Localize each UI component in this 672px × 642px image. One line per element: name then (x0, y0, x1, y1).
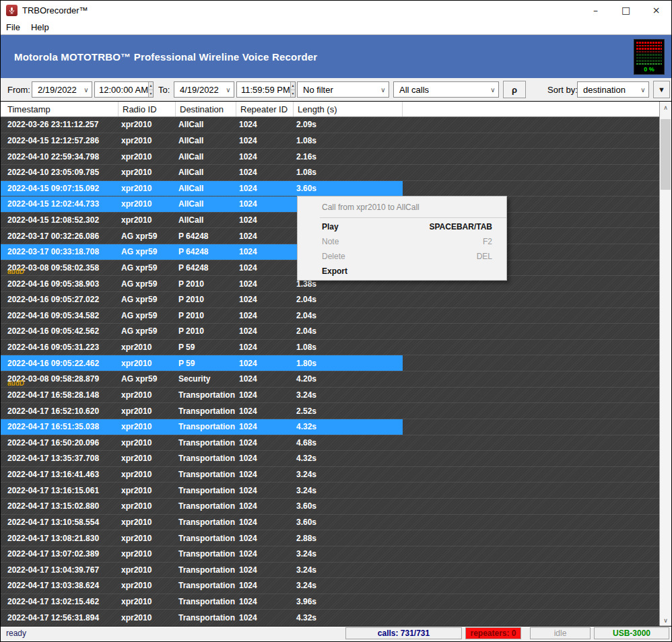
cell-radio-id: xpr2010 (119, 117, 176, 133)
cell-radio-id: xpr2010 (119, 563, 176, 578)
table-row[interactable]: 2022-04-17 12:56:31.894xpr2010Transporta… (1, 610, 659, 626)
to-time-field[interactable]: 11:59:59 PM ▲ ▼ (236, 81, 296, 98)
cell-repeater-id: 1024 (236, 578, 294, 594)
cell-timestamp: 2022-03-17 00:33:18.708 (1, 244, 119, 260)
cell-repeater-id: 1024 (236, 371, 294, 387)
table-header: TimestampRadio IDDestinationRepeater IDL… (1, 102, 659, 117)
table-row[interactable]: 2022-04-17 13:35:37.708xpr2010Transporta… (1, 451, 659, 467)
cell-radio-id: AG xpr59 (119, 244, 176, 260)
cell-repeater-id: 1024 (236, 451, 294, 466)
sort-select[interactable]: destination ∨ (577, 81, 649, 98)
minimize-button[interactable]: – (580, 1, 611, 20)
menu-help[interactable]: Help (26, 21, 55, 34)
table-row[interactable]: 2022-04-10 23:05:09.785xpr2010AllCall102… (1, 165, 659, 181)
cell-destination: P 64248 (176, 260, 236, 276)
context-menu-item-note[interactable]: NoteF2 (298, 234, 506, 249)
to-date-picker[interactable]: 4/19/2022 ∨ (174, 81, 234, 98)
table-row[interactable]: 2022-04-17 16:52:10.620xpr2010Transporta… (1, 403, 659, 419)
table-row[interactable]: 2022-03-26 23:11:12.257xpr2010AllCall102… (1, 117, 659, 133)
column-header-radio-id[interactable]: Radio ID (119, 102, 176, 116)
status-ready-text: ready (6, 629, 26, 638)
table-row[interactable]: 2022-04-16 09:05:31.223xpr2010P 5910241.… (1, 340, 659, 356)
table-row[interactable]: 2022-04-17 13:10:58.554xpr2010Transporta… (1, 515, 659, 531)
cell-timestamp: 2022-04-17 16:50:20.096 (1, 435, 119, 451)
cell-destination: Transportation (176, 467, 236, 483)
menu-file[interactable]: File (1, 21, 26, 34)
app-microphone-icon (6, 5, 18, 16)
cell-timestamp: 2022-04-17 13:10:58.554 (1, 515, 119, 530)
table-row[interactable]: 2022-04-17 13:16:41.463xpr2010Transporta… (1, 467, 659, 483)
cell-destination: AllCall (176, 117, 236, 133)
vertical-scrollbar[interactable]: ∧ ∨ (659, 102, 671, 626)
cell-radio-id: xpr2010 (119, 149, 176, 164)
from-date-picker[interactable]: 2/19/2022 ∨ (32, 81, 92, 98)
cell-length: 3.24s (294, 467, 403, 483)
table-row[interactable]: 2022-04-10 22:59:34.798xpr2010AllCall102… (1, 149, 659, 165)
table-row[interactable]: 2022-04-16 09:05:42.562AG xpr59P 2010102… (1, 324, 659, 340)
call-type-select[interactable]: All calls ∨ (393, 81, 499, 98)
table-row[interactable]: 2022-04-16 09:05:27.022AG xpr59P 2010102… (1, 292, 659, 308)
cell-timestamp: 2022-04-16 09:05:27.022 (1, 292, 119, 308)
cell-radio-id: AG xpr59 (119, 371, 176, 387)
table-row[interactable]: 2022-04-17 13:02:15.462xpr2010Transporta… (1, 594, 659, 610)
from-time-field[interactable]: 12:00:00 AM ▲ ▼ (94, 81, 154, 98)
close-button[interactable]: × (641, 1, 671, 20)
cell-timestamp: 2022-04-16 09:05:34.582 (1, 308, 119, 324)
table-row[interactable]: 2022-04-15 09:07:15.092xpr2010AllCall102… (1, 181, 659, 197)
column-header-destination[interactable]: Destination (176, 102, 236, 116)
cell-length: 3.24s (294, 546, 403, 562)
cell-length: 3.24s (294, 578, 403, 594)
chevron-down-icon: ∨ (638, 86, 648, 94)
title-bar: TRBOrecorder™ – □ × (1, 1, 671, 20)
column-header-length-s[interactable]: Length (s) (294, 102, 403, 116)
advanced-dropdown-button[interactable]: ▼ (653, 81, 670, 98)
table-row[interactable]: 2022-04-17 13:04:39.767xpr2010Transporta… (1, 563, 659, 579)
spin-up-icon[interactable]: ▲ (291, 82, 295, 90)
cell-repeater-id: 1024 (236, 260, 294, 276)
cell-length: 1.08s (294, 165, 403, 180)
spin-up-icon[interactable]: ▲ (149, 82, 153, 90)
table-row[interactable]: 2022-04-17 13:03:38.624xpr2010Transporta… (1, 578, 659, 594)
table-row[interactable]: 2022-04-17 13:08:21.830xpr2010Transporta… (1, 530, 659, 546)
cell-repeater-id: 1024 (236, 292, 294, 308)
calls-count-badge: calls: 731/731 (345, 627, 462, 639)
column-header-repeater-id[interactable]: Repeater ID (236, 102, 294, 116)
table-row[interactable]: 2022-04-17 16:51:35.038xpr2010Transporta… (1, 419, 659, 435)
cell-timestamp: 2022-04-17 13:15:02.880 (1, 499, 119, 514)
filter-select[interactable]: No filter ∨ (297, 81, 389, 98)
table-row[interactable]: 2022-04-17 16:50:20.096xpr2010Transporta… (1, 435, 659, 452)
table-row[interactable]: 2022-04-17 13:07:02.389xpr2010Transporta… (1, 546, 659, 563)
table-row[interactable]: 2022-04-16 09:05:34.582AG xpr59P 2010102… (1, 308, 659, 324)
table-row[interactable]: 2022-04-17 13:16:15.061xpr2010Transporta… (1, 483, 659, 499)
context-menu-item-delete[interactable]: DeleteDEL (298, 249, 506, 264)
scroll-down-icon[interactable]: ∨ (660, 614, 671, 626)
scrollbar-thumb[interactable] (661, 119, 671, 190)
cell-radio-id: xpr2010 (119, 610, 176, 625)
spin-down-icon[interactable]: ▼ (291, 90, 295, 98)
cell-destination: Transportation (176, 530, 236, 546)
table-row[interactable]: 2022-04-17 13:15:02.880xpr2010Transporta… (1, 499, 659, 515)
cell-radio-id: xpr2010 (119, 419, 176, 435)
cell-timestamp: 2022-04-17 13:35:37.708 (1, 451, 119, 466)
cell-timestamp: 2022-04-15 09:07:15.092 (1, 181, 119, 197)
vu-percentage-label: 0 % (636, 66, 662, 73)
cell-destination: P 59 (176, 340, 236, 355)
spin-down-icon[interactable]: ▼ (149, 90, 153, 98)
vu-bar (636, 57, 662, 59)
table-row[interactable]: 2022-04-17 16:58:28.148xpr2010Transporta… (1, 388, 659, 404)
cell-timestamp: 2022-04-17 16:51:35.038 (1, 419, 119, 435)
vu-bar (636, 54, 662, 56)
table-row[interactable]: 2022-04-15 12:12:57.286xpr2010AllCall102… (1, 133, 659, 149)
table-row[interactable]: 2022-03-08 09:58:28.879AG xpr59Security1… (1, 371, 659, 388)
cell-radio-id: xpr2010 (119, 181, 176, 197)
maximize-button[interactable]: □ (611, 1, 641, 20)
vu-bar (636, 63, 662, 65)
column-header-timestamp[interactable]: Timestamp (1, 102, 119, 116)
table-row[interactable]: 2022-04-16 09:05:22.462xpr2010P 5910241.… (1, 355, 659, 371)
scroll-up-icon[interactable]: ∧ (660, 102, 671, 113)
context-menu-item-play[interactable]: PlaySPACEBAR/TAB (298, 219, 506, 234)
cell-destination: Transportation (176, 610, 236, 625)
search-button[interactable]: ρ (503, 81, 526, 98)
context-menu-item-export[interactable]: Export (298, 264, 506, 279)
chevron-down-icon: ∨ (488, 86, 498, 94)
